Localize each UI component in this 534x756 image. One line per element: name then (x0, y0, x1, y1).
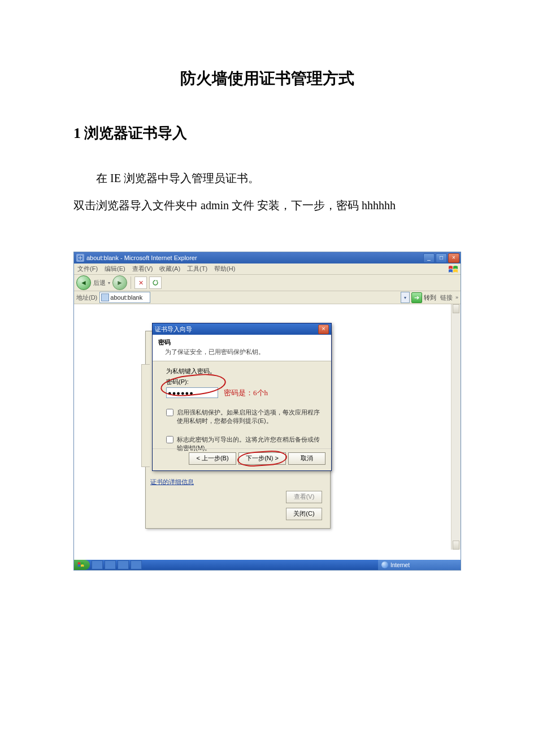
wizard-prompt: 为私钥键入密码。 (166, 367, 321, 375)
menu-fav[interactable]: 收藏(A) (159, 265, 180, 273)
page-icon (101, 293, 109, 301)
back-label: 后退 (93, 279, 106, 287)
internet-zone-icon (381, 561, 388, 568)
wizard-back-button[interactable]: < 上一步(B) (189, 452, 236, 465)
back-button[interactable]: ◄ (76, 275, 91, 290)
go-label: 转到 (424, 293, 436, 302)
ie-titlebar: about:blank - Microsoft Internet Explore… (74, 252, 461, 263)
ie-toolbar: ◄ 后退 ▾ ► ✕ (74, 275, 461, 291)
ie-window-title: about:blank - Microsoft Internet Explore… (86, 254, 423, 261)
section-heading: 1浏览器证书导入 (73, 123, 461, 143)
maximize-button[interactable]: □ (436, 253, 447, 263)
forward-button[interactable]: ► (112, 275, 127, 290)
strong-protection-checkbox-row[interactable]: 启用强私钥保护。如果启用这个选项，每次应用程序使用私钥时，您都会得到提示(E)。 (166, 408, 321, 425)
paragraph-2: 双击浏览器导入文件夹中 admin 文件 安装，下一步，密码 hhhhhh (73, 193, 461, 218)
taskbar-item[interactable] (92, 560, 103, 569)
menu-view[interactable]: 查看(V) (132, 265, 153, 273)
close-button[interactable]: 关闭(C) (286, 508, 322, 520)
background-panel-edge (141, 364, 150, 467)
refresh-button[interactable] (149, 277, 162, 289)
menu-file[interactable]: 文件(F) (77, 265, 98, 273)
ie-window: about:blank - Microsoft Internet Explore… (73, 252, 461, 571)
taskbar-item[interactable] (118, 560, 129, 569)
exportable-key-checkbox[interactable] (166, 436, 173, 443)
menu-tools[interactable]: 工具(T) (187, 265, 207, 273)
menu-help[interactable]: 帮助(H) (214, 265, 235, 273)
document-title: 防火墙使用证书管理方式 (73, 68, 461, 89)
address-dropdown[interactable]: ▾ (401, 292, 410, 303)
view-button[interactable]: 查看(V) (286, 491, 322, 503)
paragraph-1: 在 IE 浏览器中导入管理员证书。 (73, 166, 461, 191)
section-number: 1 (73, 125, 81, 141)
start-button[interactable] (74, 560, 90, 570)
password-label: 密码(P): (166, 378, 321, 386)
vertical-scrollbar[interactable] (451, 304, 461, 550)
embedded-screenshot: about:blank - Microsoft Internet Explore… (73, 252, 461, 571)
windows-logo-icon (448, 265, 458, 275)
taskbar-item[interactable] (105, 560, 116, 569)
links-chevron-icon: » (455, 295, 458, 300)
windows-taskbar: Internet (74, 560, 461, 570)
cert-import-wizard: 证书导入向导 × 密码 为了保证安全，已用密码保护私钥。 为私钥键入密码。 密码… (152, 323, 332, 471)
ie-content-area: 证书的详细信息 查看(V) 关闭(C) 证书导入向导 × 密码 为了保证安全，已… (74, 304, 461, 560)
menu-edit[interactable]: 编辑(E) (105, 265, 125, 273)
go-button[interactable]: ➔ (411, 292, 422, 303)
strong-protection-checkbox[interactable] (166, 409, 173, 416)
wizard-titlebar: 证书导入向导 × (153, 323, 331, 335)
address-label: 地址(D) (76, 293, 97, 302)
wizard-header: 密码 为了保证安全，已用密码保护私钥。 (153, 335, 331, 361)
password-input[interactable]: ●●●●●● (166, 387, 218, 398)
stop-button[interactable]: ✕ (134, 277, 147, 289)
wizard-footer: < 上一步(B) 下一步(N) > 取消 (153, 448, 331, 466)
wizard-cancel-button[interactable]: 取消 (288, 452, 325, 465)
wizard-body: 为私钥键入密码。 密码(P): ●●●●●● 密码是：6个h 启用强私钥保护。如… (153, 361, 331, 455)
wizard-close-button[interactable]: × (318, 325, 329, 334)
links-label[interactable]: 链接 (440, 293, 453, 302)
internet-zone-label: Internet (390, 562, 410, 568)
strong-protection-label: 启用强私钥保护。如果启用这个选项，每次应用程序使用私钥时，您都会得到提示(E)。 (177, 408, 321, 425)
address-input[interactable]: about:blank (99, 292, 150, 303)
wizard-next-label: 下一步(N) > (246, 455, 279, 461)
address-value: about:blank (110, 294, 142, 301)
ie-menubar: 文件(F) 编辑(E) 查看(V) 收藏(A) 工具(T) 帮助(H) (74, 263, 461, 275)
cert-details-link[interactable]: 证书的详细信息 (150, 478, 194, 486)
wizard-next-button[interactable]: 下一步(N) > (238, 452, 286, 465)
taskbar-item[interactable] (131, 560, 142, 569)
wizard-header-title: 密码 (158, 339, 171, 345)
minimize-button[interactable]: _ (423, 253, 435, 263)
section-title: 浏览器证书导入 (84, 124, 187, 141)
window-close-button[interactable]: × (448, 253, 459, 263)
wizard-title: 证书导入向导 (155, 325, 318, 334)
system-tray: Internet (378, 560, 461, 570)
password-annotation: 密码是：6个h (224, 388, 268, 398)
ie-addressbar: 地址(D) about:blank ▾ ➔ 转到 链接 » (74, 291, 461, 304)
password-value: ●●●●●● (168, 390, 194, 396)
ie-icon (76, 254, 84, 262)
wizard-header-subtitle: 为了保证安全，已用密码保护私钥。 (165, 348, 325, 356)
